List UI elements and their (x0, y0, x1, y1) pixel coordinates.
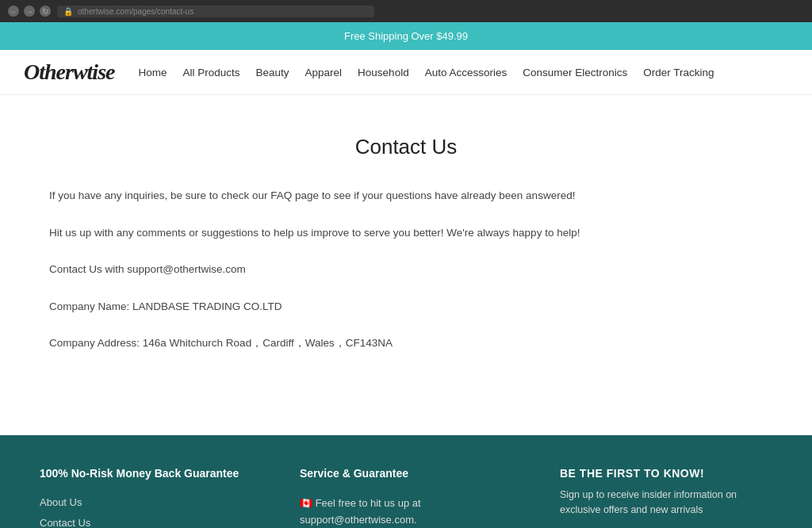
logo[interactable]: Otherwtise (24, 59, 114, 85)
url-text: othertwise.com/pages/contact-us (78, 7, 193, 16)
announcement-text: Free Shipping Over $49.99 (344, 30, 468, 42)
suggestions-text: Hit us up with any comments or suggestio… (49, 224, 763, 242)
lock-icon: 🔒 (63, 7, 73, 16)
address-bar[interactable]: 🔒 othertwise.com/pages/contact-us (57, 6, 374, 17)
faq-paragraph: If you have any inquiries, be sure to ch… (49, 187, 763, 205)
footer-service-text: 🇨🇦 Feel free to hit us up at support@oth… (300, 495, 512, 528)
company-name-text: Company Name: LANDBASE TRADING CO.LTD (49, 298, 763, 316)
list-item: About Us (40, 495, 252, 508)
page-title: Contact Us (49, 135, 763, 159)
faq-text: If you have any inquiries, be sure to ch… (49, 187, 763, 205)
footer-newsletter-heading: BE THE FIRST TO KNOW! (560, 467, 772, 480)
nav-consumer-electronics[interactable]: Consumer Electronics (523, 67, 627, 78)
nav-auto-accessories[interactable]: Auto Accessories (425, 67, 508, 78)
service-description: Feel free to hit us up at support@othert… (300, 497, 421, 526)
nav-household[interactable]: Household (358, 67, 409, 78)
footer-col-service: Service & Guarantee 🇨🇦 Feel free to hit … (300, 467, 512, 528)
nav-beauty[interactable]: Beauty (256, 67, 289, 78)
header: Otherwtise Home All Products Beauty Appa… (0, 50, 812, 95)
footer: 100% No-Risk Money Back Guarantee About … (0, 435, 812, 528)
main-nav: Home All Products Beauty Apparel Househo… (138, 67, 714, 78)
logo-text: Otherwtise (24, 59, 114, 84)
footer-about-us-link[interactable]: About Us (40, 496, 82, 508)
company-name-section: Company Name: LANDBASE TRADING CO.LTD (49, 298, 763, 316)
nav-all-products[interactable]: All Products (182, 67, 239, 78)
nav-order-tracking[interactable]: Order Tracking (643, 67, 714, 78)
footer-links-list: About Us Contact Us FAQS Shipping Policy (40, 495, 252, 528)
company-address-section: Company Address: 146a Whitchurch Road，Ca… (49, 335, 763, 352)
footer-newsletter-desc: Sign up to receive insider information o… (560, 488, 772, 518)
nav-apparel[interactable]: Apparel (305, 67, 343, 78)
footer-contact-us-link[interactable]: Contact Us (40, 517, 90, 528)
announcement-bar: Free Shipping Over $49.99 (0, 22, 812, 50)
list-item: Contact Us (40, 516, 252, 528)
browser-chrome: ← → ↻ 🔒 othertwise.com/pages/contact-us (0, 0, 812, 22)
flag-icon: 🇨🇦 (300, 497, 312, 509)
contact-email-section: Contact Us with support@othertwise.com (49, 261, 763, 278)
back-btn[interactable]: ← (8, 6, 19, 17)
contact-email-text: Contact Us with support@othertwise.com (49, 261, 763, 278)
company-address-text: Company Address: 146a Whitchurch Road，Ca… (49, 335, 763, 352)
footer-guarantee-heading: 100% No-Risk Money Back Guarantee (40, 467, 252, 480)
nav-home[interactable]: Home (138, 67, 167, 78)
browser-controls: ← → ↻ (8, 6, 51, 17)
footer-col-newsletter: BE THE FIRST TO KNOW! Sign up to receive… (560, 467, 772, 528)
footer-service-heading: Service & Guarantee (300, 467, 512, 480)
main-content: Contact Us If you have any inquiries, be… (25, 95, 787, 435)
footer-col-guarantee: 100% No-Risk Money Back Guarantee About … (40, 467, 252, 528)
reload-btn[interactable]: ↻ (40, 6, 51, 17)
forward-btn[interactable]: → (24, 6, 35, 17)
suggestions-paragraph: Hit us up with any comments or suggestio… (49, 224, 763, 242)
